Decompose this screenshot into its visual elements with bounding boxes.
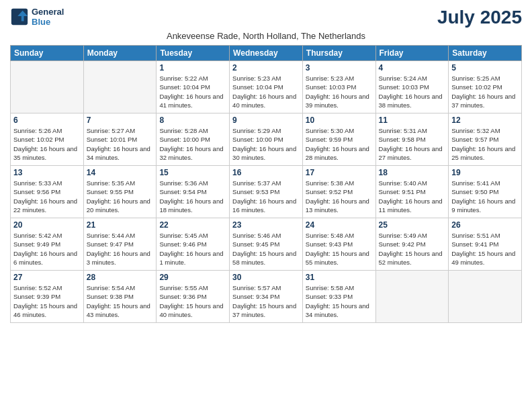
day-cell: 5Sunrise: 5:25 AMSunset: 10:02 PMDayligh…	[449, 61, 522, 113]
day-info: Sunrise: 5:32 AMSunset: 9:57 PMDaylight:…	[451, 126, 519, 162]
header-cell-tuesday: Tuesday	[157, 46, 230, 61]
day-cell: 16Sunrise: 5:37 AMSunset: 9:53 PMDayligh…	[230, 166, 303, 218]
day-cell: 12Sunrise: 5:32 AMSunset: 9:57 PMDayligh…	[449, 113, 522, 166]
day-cell: 23Sunrise: 5:46 AMSunset: 9:45 PMDayligh…	[230, 218, 303, 271]
day-number: 28	[87, 273, 154, 282]
header-cell-friday: Friday	[375, 46, 449, 61]
day-cell: 4Sunrise: 5:24 AMSunset: 10:03 PMDayligh…	[375, 61, 449, 113]
day-number: 30	[232, 273, 300, 282]
day-info: Sunrise: 5:35 AMSunset: 9:55 PMDaylight:…	[87, 179, 154, 214]
day-number: 11	[379, 116, 446, 125]
day-cell: 27Sunrise: 5:52 AMSunset: 9:39 PMDayligh…	[11, 271, 84, 323]
day-number: 2	[232, 63, 300, 73]
day-cell: 14Sunrise: 5:35 AMSunset: 9:55 PMDayligh…	[83, 166, 157, 218]
day-number: 29	[159, 273, 226, 282]
day-info: Sunrise: 5:52 AMSunset: 9:39 PMDaylight:…	[13, 283, 81, 319]
day-cell: 9Sunrise: 5:29 AMSunset: 10:00 PMDayligh…	[230, 113, 303, 166]
day-number: 23	[232, 220, 300, 230]
subtitle: Ankeveense Rade, North Holland, The Neth…	[10, 31, 522, 41]
day-info: Sunrise: 5:41 AMSunset: 9:50 PMDaylight:…	[451, 179, 519, 214]
day-cell: 25Sunrise: 5:49 AMSunset: 9:42 PMDayligh…	[375, 218, 449, 271]
day-number: 16	[232, 168, 300, 177]
day-info: Sunrise: 5:23 AMSunset: 10:03 PMDaylight…	[306, 74, 373, 109]
day-info: Sunrise: 5:46 AMSunset: 9:45 PMDaylight:…	[232, 231, 300, 267]
day-info: Sunrise: 5:42 AMSunset: 9:49 PMDaylight:…	[13, 231, 81, 267]
week-row-5: 27Sunrise: 5:52 AMSunset: 9:39 PMDayligh…	[11, 271, 522, 323]
day-info: Sunrise: 5:29 AMSunset: 10:00 PMDaylight…	[232, 126, 300, 162]
day-cell: 20Sunrise: 5:42 AMSunset: 9:49 PMDayligh…	[11, 218, 84, 271]
week-row-2: 6Sunrise: 5:26 AMSunset: 10:02 PMDayligh…	[11, 113, 522, 166]
logo-text: General Blue	[32, 7, 64, 27]
day-cell: 6Sunrise: 5:26 AMSunset: 10:02 PMDayligh…	[11, 113, 84, 166]
day-cell: 21Sunrise: 5:44 AMSunset: 9:47 PMDayligh…	[83, 218, 157, 271]
day-number: 25	[379, 220, 446, 230]
day-info: Sunrise: 5:23 AMSunset: 10:04 PMDaylight…	[232, 74, 300, 109]
day-number: 7	[87, 116, 154, 125]
day-info: Sunrise: 5:40 AMSunset: 9:51 PMDaylight:…	[379, 179, 446, 214]
header-cell-sunday: Sunday	[11, 46, 84, 61]
day-number: 31	[306, 273, 373, 282]
day-cell	[83, 61, 157, 113]
day-cell	[11, 61, 84, 113]
day-number: 17	[306, 168, 373, 177]
day-info: Sunrise: 5:36 AMSunset: 9:54 PMDaylight:…	[159, 179, 226, 214]
day-number: 9	[232, 116, 300, 125]
day-number: 14	[87, 168, 154, 177]
day-info: Sunrise: 5:54 AMSunset: 9:38 PMDaylight:…	[87, 283, 154, 319]
day-cell: 18Sunrise: 5:40 AMSunset: 9:51 PMDayligh…	[375, 166, 449, 218]
day-number: 20	[13, 220, 81, 230]
month-title: July 2025	[437, 7, 522, 28]
day-number: 4	[379, 63, 446, 73]
day-number: 26	[451, 220, 519, 230]
day-cell: 17Sunrise: 5:38 AMSunset: 9:52 PMDayligh…	[302, 166, 375, 218]
day-info: Sunrise: 5:30 AMSunset: 9:59 PMDaylight:…	[306, 126, 373, 162]
day-cell: 8Sunrise: 5:28 AMSunset: 10:00 PMDayligh…	[157, 113, 230, 166]
day-cell	[375, 271, 449, 323]
day-info: Sunrise: 5:31 AMSunset: 9:58 PMDaylight:…	[379, 126, 446, 162]
day-info: Sunrise: 5:51 AMSunset: 9:41 PMDaylight:…	[451, 231, 519, 267]
header-cell-thursday: Thursday	[302, 46, 375, 61]
day-cell: 30Sunrise: 5:57 AMSunset: 9:34 PMDayligh…	[230, 271, 303, 323]
header-cell-monday: Monday	[83, 46, 157, 61]
day-info: Sunrise: 5:33 AMSunset: 9:56 PMDaylight:…	[13, 179, 81, 214]
day-cell: 10Sunrise: 5:30 AMSunset: 9:59 PMDayligh…	[302, 113, 375, 166]
day-info: Sunrise: 5:45 AMSunset: 9:46 PMDaylight:…	[159, 231, 226, 267]
day-cell	[449, 271, 522, 323]
logo-icon	[10, 7, 29, 26]
day-cell: 3Sunrise: 5:23 AMSunset: 10:03 PMDayligh…	[302, 61, 375, 113]
day-number: 19	[451, 168, 519, 177]
calendar-body: 1Sunrise: 5:22 AMSunset: 10:04 PMDayligh…	[11, 61, 522, 323]
week-row-4: 20Sunrise: 5:42 AMSunset: 9:49 PMDayligh…	[11, 218, 522, 271]
day-info: Sunrise: 5:44 AMSunset: 9:47 PMDaylight:…	[87, 231, 154, 267]
day-number: 21	[87, 220, 154, 230]
day-info: Sunrise: 5:27 AMSunset: 10:01 PMDaylight…	[87, 126, 154, 162]
week-row-1: 1Sunrise: 5:22 AMSunset: 10:04 PMDayligh…	[11, 61, 522, 113]
day-info: Sunrise: 5:22 AMSunset: 10:04 PMDaylight…	[159, 74, 226, 109]
day-info: Sunrise: 5:57 AMSunset: 9:34 PMDaylight:…	[232, 283, 300, 319]
day-cell: 22Sunrise: 5:45 AMSunset: 9:46 PMDayligh…	[157, 218, 230, 271]
day-cell: 31Sunrise: 5:58 AMSunset: 9:33 PMDayligh…	[302, 271, 375, 323]
day-number: 3	[306, 63, 373, 73]
day-info: Sunrise: 5:58 AMSunset: 9:33 PMDaylight:…	[306, 283, 373, 319]
day-number: 18	[379, 168, 446, 177]
day-info: Sunrise: 5:49 AMSunset: 9:42 PMDaylight:…	[379, 231, 446, 267]
day-number: 15	[159, 168, 226, 177]
day-number: 1	[159, 63, 226, 73]
day-number: 22	[159, 220, 226, 230]
day-info: Sunrise: 5:24 AMSunset: 10:03 PMDaylight…	[379, 74, 446, 109]
day-number: 8	[159, 116, 226, 125]
day-info: Sunrise: 5:25 AMSunset: 10:02 PMDaylight…	[451, 74, 519, 109]
logo: General Blue	[10, 7, 64, 27]
day-cell: 26Sunrise: 5:51 AMSunset: 9:41 PMDayligh…	[449, 218, 522, 271]
day-cell: 24Sunrise: 5:48 AMSunset: 9:43 PMDayligh…	[302, 218, 375, 271]
day-number: 24	[306, 220, 373, 230]
header-row: SundayMondayTuesdayWednesdayThursdayFrid…	[11, 46, 522, 61]
day-cell: 15Sunrise: 5:36 AMSunset: 9:54 PMDayligh…	[157, 166, 230, 218]
day-cell: 1Sunrise: 5:22 AMSunset: 10:04 PMDayligh…	[157, 61, 230, 113]
day-info: Sunrise: 5:26 AMSunset: 10:02 PMDaylight…	[13, 126, 81, 162]
day-cell: 19Sunrise: 5:41 AMSunset: 9:50 PMDayligh…	[449, 166, 522, 218]
header-cell-saturday: Saturday	[449, 46, 522, 61]
day-number: 27	[13, 273, 81, 282]
day-number: 10	[306, 116, 373, 125]
svg-rect-0	[11, 9, 28, 25]
